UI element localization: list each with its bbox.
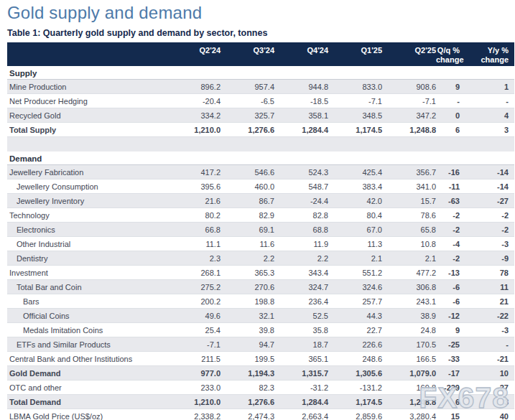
cell-q2-24: 11.1 xyxy=(167,237,221,251)
cell-q2-25: 65.8 xyxy=(382,223,436,236)
cell-q2-24: 25.4 xyxy=(167,323,221,337)
cell-yy-change: 1 xyxy=(460,80,509,93)
row-label: OTC and other xyxy=(9,381,167,394)
cell-q4-24: 524.3 xyxy=(274,165,328,179)
cell-q3-24: 546.6 xyxy=(221,165,274,179)
cell-q2-25: 38.9 xyxy=(382,309,436,322)
cell-q3-24: 365.3 xyxy=(221,266,274,279)
table-row: Other Industrial11.111.611.911.310.8-4-3 xyxy=(7,237,514,251)
cell-q3-24: 1,276.6 xyxy=(221,123,274,136)
cell-q2-25: 15.7 xyxy=(382,194,436,207)
cell-yy-change: 3 xyxy=(460,123,509,136)
cell-yy-change: 40 xyxy=(460,409,509,420)
cell-yy-change: 10 xyxy=(460,366,509,380)
cell-q2-24: 233.0 xyxy=(167,381,221,394)
cell-q3-24: 39.8 xyxy=(221,323,274,337)
cell-q2-24: 395.6 xyxy=(167,179,221,193)
cell-q1-25: 2,859.6 xyxy=(328,409,382,420)
table-row: Bars200.2198.8236.4257.7243.1-621 xyxy=(7,294,514,309)
cell-q4-24: 2,663.4 xyxy=(274,409,328,420)
table-row: Electronics66.869.168.867.065.8-2-2 xyxy=(7,223,514,237)
cell-q4-24: 35.8 xyxy=(274,323,328,337)
header-qq-change: Q/q % change xyxy=(436,46,460,66)
cell-q1-25: 1,174.5 xyxy=(328,395,382,409)
cell-q2-24: 49.6 xyxy=(167,309,221,322)
cell-q1-25: -131.2 xyxy=(328,381,382,394)
header-yy-change: Y/y % change xyxy=(460,46,509,66)
cell-q2-24: 211.5 xyxy=(167,352,221,365)
cell-q2-25: 341.0 xyxy=(382,179,436,193)
cell-q3-24: 2,474.3 xyxy=(221,409,274,420)
cell-q1-25: 67.0 xyxy=(328,223,382,236)
cell-q1-25: 1,174.5 xyxy=(328,123,382,136)
cell-q4-24: 358.1 xyxy=(274,108,328,122)
row-label: Medals Imitation Coins xyxy=(9,323,167,337)
table-row: Dentistry2.32.22.22.12.1-2-9 xyxy=(7,251,514,266)
cell-q2-25: 356.7 xyxy=(382,165,436,179)
cell-qq-change: 9 xyxy=(436,323,460,337)
row-label: Jewellery Inventory xyxy=(9,194,167,207)
row-label: Investment xyxy=(9,266,167,279)
row-label: Bars xyxy=(9,294,167,308)
row-label: Total Supply xyxy=(9,123,167,136)
cell-q2-24: 2,338.2 xyxy=(167,409,221,420)
cell-q4-24: 236.4 xyxy=(274,294,328,308)
cell-q2-25: 10.8 xyxy=(382,237,436,251)
row-label: Supply xyxy=(9,66,509,79)
cell-q4-24: 944.8 xyxy=(274,80,328,93)
cell-yy-change: 11 xyxy=(460,280,509,294)
cell-qq-change: -6 xyxy=(436,280,460,294)
cell-yy-change: -2 xyxy=(460,223,509,236)
row-label: Official Coins xyxy=(9,309,167,322)
table-row: Medals Imitation Coins25.439.835.822.724… xyxy=(7,323,514,337)
cell-q4-24: 343.4 xyxy=(274,266,328,279)
cell-q4-24: 1,284.4 xyxy=(274,123,328,136)
cell-q1-25: 80.4 xyxy=(328,208,382,222)
cell-qq-change: 15 xyxy=(436,409,460,420)
cell-q2-25: 1,248.8 xyxy=(382,395,436,409)
cell-q2-24: 200.2 xyxy=(167,294,221,308)
cell-q4-24: -18.5 xyxy=(274,94,328,108)
table-body: SupplyMine Production896.2957.4944.8833.… xyxy=(7,66,514,420)
cell-q1-25: 42.0 xyxy=(328,194,382,207)
row-label: Electronics xyxy=(9,223,167,236)
cell-q3-24: 957.4 xyxy=(221,80,274,93)
header-q2-25: Q2'25 xyxy=(382,46,436,66)
table-row: Total Bar and Coin275.2270.6324.7324.630… xyxy=(7,280,514,294)
cell-q2-24: 66.8 xyxy=(167,223,221,236)
cell-q1-25: -7.1 xyxy=(328,94,382,108)
cell-q1-25: 425.4 xyxy=(328,165,382,179)
cell-yy-change: -14 xyxy=(460,165,509,179)
cell-q2-25: 2.1 xyxy=(382,251,436,265)
table-row: Investment268.1365.3343.4551.2477.2-1378 xyxy=(7,266,514,280)
cell-q3-24: 199.5 xyxy=(221,352,274,365)
cell-yy-change: -27 xyxy=(460,381,509,394)
row-label: Net Producer Hedging xyxy=(9,94,167,108)
section-row: Demand xyxy=(7,151,514,165)
row-label: Other Industrial xyxy=(9,237,167,251)
header-q1-25: Q1'25 xyxy=(328,46,382,66)
table-row: Jewellery Consumption395.6460.0548.7383.… xyxy=(7,179,514,194)
cell-qq-change: -25 xyxy=(436,337,460,351)
cell-qq-change: -11 xyxy=(436,179,460,193)
cell-q1-25: 324.6 xyxy=(328,280,382,294)
cell-q2-25: 1,248.8 xyxy=(382,123,436,136)
cell-q2-25: 243.1 xyxy=(382,294,436,308)
cell-q3-24: 82.9 xyxy=(221,208,274,222)
cell-q2-25: 477.2 xyxy=(382,266,436,279)
cell-q3-24: 460.0 xyxy=(221,179,274,193)
cell-yy-change: - xyxy=(460,337,509,351)
cell-qq-change: -33 xyxy=(436,352,460,365)
row-label: Recycled Gold xyxy=(9,108,167,122)
table-row: Recycled Gold334.2325.7358.1348.5347.204 xyxy=(7,108,514,123)
cell-q3-24: 94.7 xyxy=(221,337,274,351)
cell-q2-24: 275.2 xyxy=(167,280,221,294)
supply-demand-table: Q2'24 Q3'24 Q4'24 Q1'25 Q2'25 Q/q % chan… xyxy=(7,42,514,420)
row-label: ETFs and Similar Products xyxy=(9,337,167,351)
cell-q2-24: 268.1 xyxy=(167,266,221,279)
cell-q3-24: 1,276.6 xyxy=(221,395,274,409)
table-caption: Table 1: Quarterly gold supply and deman… xyxy=(7,28,514,38)
cell-q2-25: 908.6 xyxy=(382,80,436,93)
cell-yy-change: -21 xyxy=(460,352,509,365)
row-label: Mine Production xyxy=(9,80,167,93)
